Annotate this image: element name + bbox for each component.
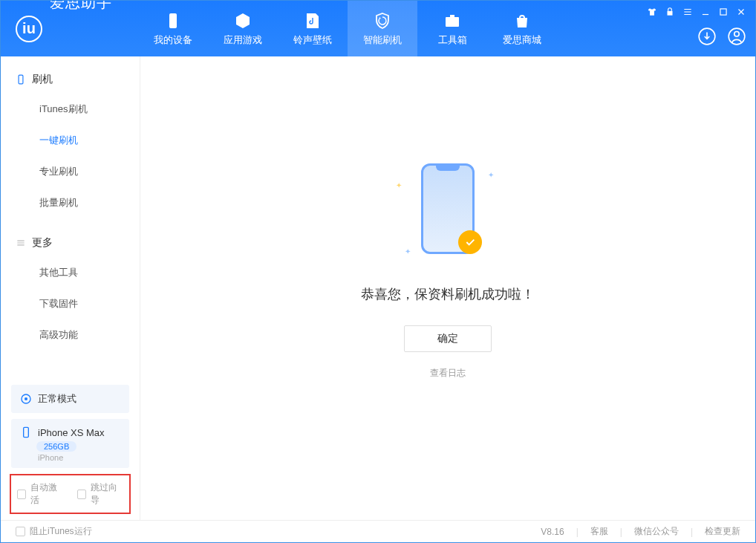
svg-rect-1 xyxy=(446,17,459,27)
success-title: 恭喜您，保资料刷机成功啦！ xyxy=(361,285,535,303)
auto-activate-checkbox[interactable]: 自动激活 xyxy=(17,481,64,507)
success-illustration: ✦ ✦ ✦ xyxy=(381,153,515,264)
close-icon[interactable] xyxy=(736,7,746,17)
sidebar-item-batch[interactable]: 批量刷机 xyxy=(1,187,140,218)
stop-itunes-checkbox[interactable]: 阻止iTunes运行 xyxy=(16,525,92,538)
nav-tabs: 我的设备 应用游戏 铃声壁纸 智能刷机 工具箱 爱思商城 xyxy=(138,1,557,56)
user-icon[interactable] xyxy=(727,27,746,46)
svg-rect-8 xyxy=(19,75,23,84)
nav-tab-flash[interactable]: 智能刷机 xyxy=(348,1,417,56)
sidebar-item-firmware[interactable]: 下载固件 xyxy=(1,288,140,319)
device-type: iPhone xyxy=(38,453,120,462)
lock-icon[interactable] xyxy=(665,7,675,17)
menu-lines-icon xyxy=(16,238,26,248)
svg-rect-11 xyxy=(24,427,29,437)
svg-rect-2 xyxy=(450,15,454,17)
version-label: V8.16 xyxy=(541,527,564,537)
sidebar-header-more: 更多 xyxy=(1,230,140,256)
separator: | xyxy=(576,527,579,537)
nav-label: 我的设备 xyxy=(154,33,192,47)
main-content: ✦ ✦ ✦ 恭喜您，保资料刷机成功啦！ 确定 查看日志 xyxy=(140,56,755,520)
logo-icon: iu xyxy=(16,16,42,42)
checkbox-icon xyxy=(16,527,25,536)
wechat-link[interactable]: 微信公众号 xyxy=(634,525,679,538)
footer-left: 阻止iTunes运行 xyxy=(16,525,92,538)
sidebar-items: 其他工具 下载固件 高级功能 xyxy=(1,256,140,352)
nav-tab-toolbox[interactable]: 工具箱 xyxy=(417,1,487,56)
nav-tab-apps[interactable]: 应用游戏 xyxy=(208,1,278,56)
app-body: 刷机 iTunes刷机 一键刷机 专业刷机 批量刷机 更多 其他工具 下载固件 … xyxy=(1,56,755,520)
sidebar-item-oneclick[interactable]: 一键刷机 xyxy=(1,125,140,156)
sidebar-section-flash: 刷机 iTunes刷机 一键刷机 专业刷机 批量刷机 xyxy=(1,56,140,220)
capacity-badge: 256GB xyxy=(36,441,76,452)
sidebar-item-advanced[interactable]: 高级功能 xyxy=(1,319,140,351)
music-file-icon xyxy=(303,11,322,30)
bag-icon xyxy=(512,11,532,30)
device-name-row: iPhone XS Max xyxy=(20,426,120,438)
footer-right: V8.16 | 客服 | 微信公众号 | 检查更新 xyxy=(541,525,740,538)
logo-area: iu 爱思助手 www.i4.cn xyxy=(16,0,138,65)
maximize-icon[interactable] xyxy=(718,7,729,17)
section-title: 刷机 xyxy=(32,73,53,86)
nav-tab-store[interactable]: 爱思商城 xyxy=(487,1,557,56)
nav-label: 工具箱 xyxy=(438,33,467,47)
separator: | xyxy=(691,527,693,537)
svg-rect-0 xyxy=(169,13,177,28)
section-title: 更多 xyxy=(32,236,53,250)
skip-wizard-checkbox[interactable]: 跳过向导 xyxy=(77,481,124,507)
ok-button[interactable]: 确定 xyxy=(404,325,492,352)
device-icon xyxy=(163,11,183,30)
nav-tab-ringtone[interactable]: 铃声壁纸 xyxy=(278,1,348,56)
nav-label: 爱思商城 xyxy=(503,33,541,47)
phone-icon xyxy=(16,74,26,85)
phone-icon xyxy=(20,426,32,438)
mode-label: 正常模式 xyxy=(38,392,76,406)
bottom-options-highlighted: 自动激活 跳过向导 xyxy=(10,474,131,514)
svg-point-10 xyxy=(25,397,27,400)
sidebar-item-tools[interactable]: 其他工具 xyxy=(1,257,140,288)
phone-notch xyxy=(436,166,460,171)
update-link[interactable]: 检查更新 xyxy=(705,525,740,538)
tshirt-icon[interactable] xyxy=(647,7,657,17)
nav-tab-device[interactable]: 我的设备 xyxy=(138,1,208,56)
briefcase-icon xyxy=(443,11,462,30)
device-name: iPhone XS Max xyxy=(38,427,105,438)
sparkle-icon: ✦ xyxy=(396,181,402,189)
separator: | xyxy=(620,527,622,537)
app-website: www.i4.cn xyxy=(50,57,112,65)
svg-rect-3 xyxy=(668,11,673,16)
device-card[interactable]: iPhone XS Max 256GB iPhone xyxy=(11,419,129,468)
nav-label: 应用游戏 xyxy=(224,33,262,47)
header-right xyxy=(647,1,746,56)
sidebar-items: iTunes刷机 一键刷机 专业刷机 批量刷机 xyxy=(1,92,140,220)
svg-rect-4 xyxy=(720,9,726,15)
nav-label: 智能刷机 xyxy=(363,33,402,47)
sparkle-icon: ✦ xyxy=(405,247,411,256)
sidebar-section-more: 更多 其他工具 下载固件 高级功能 xyxy=(1,220,140,352)
cube-icon xyxy=(233,11,252,30)
checkbox-label: 跳过向导 xyxy=(91,481,123,507)
app-name: 爱思助手 xyxy=(50,0,112,57)
logo-text: 爱思助手 www.i4.cn xyxy=(50,0,112,65)
download-icon[interactable] xyxy=(697,27,717,46)
view-log-link[interactable]: 查看日志 xyxy=(430,367,466,380)
sidebar-header-flash: 刷机 xyxy=(1,67,140,92)
sidebar-item-pro[interactable]: 专业刷机 xyxy=(1,156,140,187)
user-controls xyxy=(697,27,746,46)
refresh-shield-icon xyxy=(373,11,392,30)
checkbox-label: 自动激活 xyxy=(30,481,63,507)
menu-icon[interactable] xyxy=(682,7,693,17)
minimize-icon[interactable] xyxy=(700,7,711,17)
device-panel: 正常模式 iPhone XS Max 256GB iPhone xyxy=(1,385,140,468)
sync-icon xyxy=(20,393,32,405)
footer: 阻止iTunes运行 V8.16 | 客服 | 微信公众号 | 检查更新 xyxy=(1,520,755,542)
support-link[interactable]: 客服 xyxy=(590,525,608,538)
checkbox-icon xyxy=(77,490,86,499)
sidebar: 刷机 iTunes刷机 一键刷机 专业刷机 批量刷机 更多 其他工具 下载固件 … xyxy=(1,56,140,520)
sparkle-icon: ✦ xyxy=(488,171,494,179)
success-check-icon xyxy=(458,230,482,254)
svg-point-7 xyxy=(734,32,740,37)
checkbox-label: 阻止iTunes运行 xyxy=(30,525,92,538)
sidebar-item-itunes[interactable]: iTunes刷机 xyxy=(1,94,140,125)
mode-card[interactable]: 正常模式 xyxy=(11,385,129,413)
